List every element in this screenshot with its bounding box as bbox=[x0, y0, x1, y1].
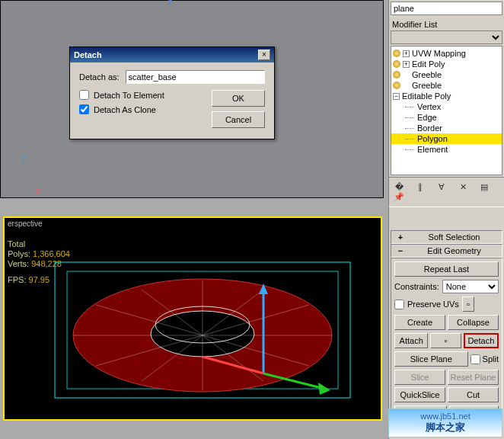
detach-as-clone-label: Detach As Clone bbox=[94, 105, 156, 114]
perspective-viewport[interactable]: erspective Total Polys: 1,366,604 Verts:… bbox=[3, 216, 382, 421]
pin-stack-icon[interactable]: �📌 bbox=[392, 182, 406, 202]
constraints-label: Constraints: bbox=[394, 282, 439, 291]
cut-button[interactable]: Cut bbox=[448, 387, 499, 402]
stack-item-greeble[interactable]: Greeble bbox=[391, 69, 502, 80]
expand-icon: + bbox=[394, 232, 407, 242]
ok-button[interactable]: OK bbox=[212, 90, 265, 107]
modifier-list-dropdown[interactable] bbox=[391, 30, 502, 44]
close-icon[interactable]: × bbox=[258, 50, 270, 60]
slice-plane-button[interactable]: Slice Plane bbox=[394, 351, 468, 367]
modifier-list-label: Modifier List bbox=[392, 20, 501, 29]
split-check[interactable]: Split bbox=[471, 354, 499, 364]
dialog-title-text: Detach bbox=[74, 50, 102, 59]
stack-item-edit-poly[interactable]: +Edit Poly bbox=[391, 59, 502, 69]
watermark-url: www.jb51.net bbox=[420, 412, 470, 421]
subobj-polygon[interactable]: Polygon bbox=[391, 133, 502, 144]
preserve-uv-checkbox[interactable] bbox=[394, 300, 404, 309]
detach-name-input[interactable] bbox=[126, 70, 265, 84]
edit-geometry-body: Repeat Last Constraints: None Preserve U… bbox=[391, 258, 502, 428]
subobj-vertex[interactable]: Vertex bbox=[391, 101, 502, 112]
subobj-element[interactable]: Element bbox=[391, 144, 502, 155]
axis-z-label: z bbox=[168, 0, 172, 6]
repeat-last-button[interactable]: Repeat Last bbox=[394, 261, 499, 277]
rollout-soft-selection[interactable]: + Soft Selection bbox=[391, 230, 502, 244]
top-viewports[interactable]: z z x Detach × Detach as: Detach To Elem… bbox=[0, 0, 384, 198]
configure-icon[interactable]: ▤ bbox=[477, 182, 491, 202]
collapse-button[interactable]: Collapse bbox=[448, 315, 499, 330]
expand-icon[interactable]: + bbox=[403, 50, 410, 57]
fps-value: 97.95 bbox=[29, 275, 50, 284]
checkbox-as-clone[interactable] bbox=[79, 104, 89, 114]
attach-button[interactable]: Attach bbox=[394, 333, 428, 348]
attach-list-button[interactable]: ▫ bbox=[430, 333, 461, 348]
expand-icon[interactable]: + bbox=[403, 61, 410, 68]
detach-to-element-check[interactable]: Detach To Element bbox=[79, 90, 164, 100]
modifier-stack[interactable]: +UVW Mapping +Edit Poly Greeble Greeble … bbox=[391, 46, 502, 175]
watermark: www.jb51.net 脚本之家 bbox=[388, 409, 502, 437]
viewport-label: erspective bbox=[8, 220, 43, 228]
mesh-preview bbox=[50, 259, 355, 404]
axis-gizmo-front: z x bbox=[7, 164, 37, 194]
quickslice-button[interactable]: QuickSlice bbox=[394, 387, 445, 402]
make-unique-icon[interactable]: ∀ bbox=[435, 182, 448, 202]
stack-item-uvw-mapping[interactable]: +UVW Mapping bbox=[391, 48, 502, 59]
create-button[interactable]: Create bbox=[394, 315, 445, 330]
collapse-icon[interactable]: − bbox=[393, 93, 400, 100]
detach-to-element-label: Detach To Element bbox=[94, 91, 164, 100]
remove-modifier-icon[interactable]: ✕ bbox=[456, 182, 470, 202]
stats-header: Total bbox=[8, 239, 25, 248]
detach-dialog: Detach × Detach as: Detach To Element De… bbox=[69, 46, 275, 139]
detach-as-label: Detach as: bbox=[79, 72, 120, 82]
preserve-uv-settings-button[interactable]: ▫ bbox=[462, 296, 474, 312]
lightbulb-icon[interactable] bbox=[393, 82, 400, 89]
rollout-edit-geometry[interactable]: − Edit Geometry bbox=[391, 244, 502, 258]
subobj-border[interactable]: Border bbox=[391, 123, 502, 133]
stack-item-editable-poly[interactable]: −Editable Poly bbox=[391, 91, 502, 101]
subobj-edge[interactable]: Edge bbox=[391, 112, 502, 123]
command-panel: Modifier List +UVW Mapping +Edit Poly Gr… bbox=[388, 0, 504, 439]
checkbox-to-element[interactable] bbox=[79, 90, 89, 100]
show-end-result-icon[interactable]: ∥ bbox=[413, 182, 427, 202]
collapse-icon: − bbox=[394, 246, 407, 255]
dialog-titlebar[interactable]: Detach × bbox=[70, 47, 274, 62]
watermark-name: 脚本之家 bbox=[426, 421, 465, 434]
axis-gizmo-top: z bbox=[153, 7, 183, 37]
constraints-dropdown[interactable]: None bbox=[442, 280, 499, 293]
slice-button[interactable]: Slice bbox=[394, 370, 445, 385]
object-name-input[interactable] bbox=[391, 2, 502, 15]
detach-as-clone-check[interactable]: Detach As Clone bbox=[79, 104, 164, 114]
axis-z-label: z bbox=[22, 155, 26, 163]
polys-value: 1,366,604 bbox=[33, 249, 70, 258]
reset-plane-button[interactable]: Reset Plane bbox=[448, 370, 499, 385]
preserve-uv-label: Preserve UVs bbox=[407, 300, 459, 309]
lightbulb-icon[interactable] bbox=[393, 50, 400, 57]
detach-button[interactable]: Detach bbox=[464, 333, 499, 348]
lightbulb-icon[interactable] bbox=[393, 71, 400, 79]
stack-item-greeble[interactable]: Greeble bbox=[391, 80, 502, 91]
axis-x-label: x bbox=[36, 187, 40, 195]
stack-toolbar: �📌 ∥ ∀ ✕ ▤ bbox=[389, 177, 504, 207]
lightbulb-icon[interactable] bbox=[393, 60, 400, 68]
cancel-button[interactable]: Cancel bbox=[212, 111, 265, 128]
